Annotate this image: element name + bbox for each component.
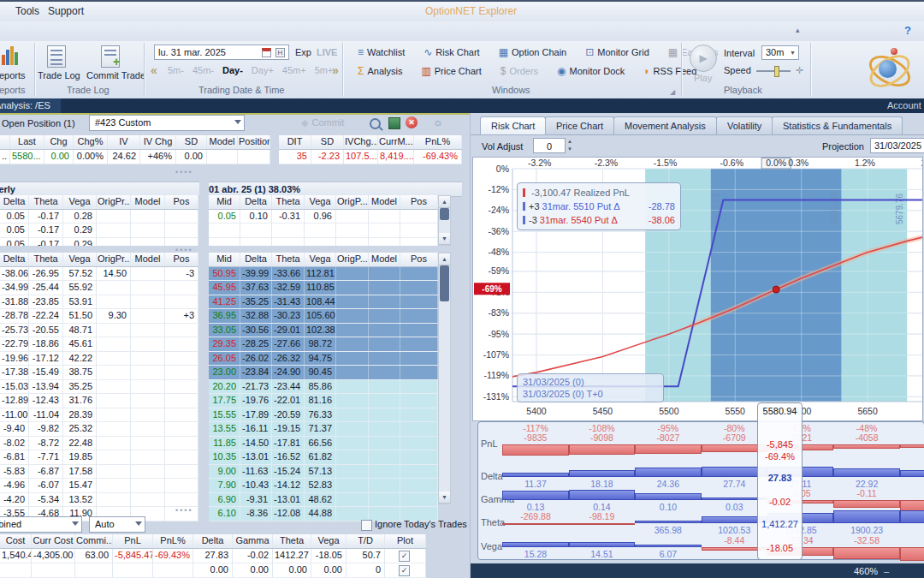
- option-row[interactable]: -28.78-22.2451.509.30+3: [0, 309, 198, 324]
- option-row[interactable]: 36.95-32.88-30.23105.60: [209, 309, 438, 324]
- projection-input[interactable]: 31/03/2025: [870, 138, 924, 153]
- window-toggle-button[interactable]: ◗RSS Feed: [643, 65, 696, 77]
- option-row[interactable]: -4.96-6.0715.47: [0, 479, 198, 493]
- window-toggle-button[interactable]: ≡Watchlist: [358, 46, 405, 58]
- history-icon[interactable]: H: [275, 48, 285, 57]
- reports-icon[interactable]: [2, 46, 19, 65]
- option-row[interactable]: 45.95-37.63-32.59110.85: [209, 281, 438, 295]
- option-row[interactable]: 23.00-23.84-24.9090.45: [209, 366, 438, 380]
- vol-adjust-spinner[interactable]: 0: [533, 138, 566, 153]
- window-toggle-button[interactable]: ∿Risk Chart: [424, 46, 479, 58]
- window-toggle-button[interactable]: ▥Price Chart: [421, 65, 481, 77]
- commit-button[interactable]: ◆Commit: [301, 117, 344, 128]
- option-row[interactable]: [209, 223, 438, 238]
- trade-log-button[interactable]: Trade Log: [38, 70, 80, 80]
- scrollbar-thumb[interactable]: [440, 208, 449, 220]
- calendar-icon[interactable]: [262, 48, 271, 57]
- option-row[interactable]: 50.95-39.99-33.66112.81: [209, 267, 438, 282]
- reports-button[interactable]: Reports: [0, 70, 26, 80]
- puts-scrollbar[interactable]: ▲ ▼: [438, 253, 451, 504]
- option-row[interactable]: 7.90-10.43-14.1252.83: [209, 479, 438, 493]
- option-row[interactable]: 11.85-14.50-17.8166.56: [209, 437, 438, 451]
- option-row[interactable]: 0.05-0.170.29: [0, 238, 198, 247]
- menu-tools[interactable]: Tools: [10, 3, 44, 19]
- export-icon[interactable]: [388, 117, 400, 129]
- option-row[interactable]: 15.55-17.89-20.5976.33: [209, 408, 438, 423]
- option-row[interactable]: 9.00-11.63-15.2457.13: [209, 465, 438, 480]
- option-row[interactable]: -5.83-6.8717.58: [0, 465, 198, 480]
- splitter-handle[interactable]: ••••: [175, 168, 193, 176]
- trading-date-input[interactable]: lu. 31 mar. 2025 H: [154, 45, 289, 60]
- play-icon[interactable]: ▶: [690, 45, 717, 72]
- time-step-button[interactable]: 5m-: [168, 65, 184, 75]
- chart-tab[interactable]: Movement Analysis: [613, 116, 717, 134]
- option-row[interactable]: 0.05-0.170.28: [0, 210, 198, 224]
- option-row[interactable]: -25.73-20.5548.71: [0, 324, 198, 338]
- scroll-down-icon[interactable]: ▼: [439, 233, 450, 245]
- time-step-button[interactable]: 5m+: [315, 65, 334, 75]
- option-row[interactable]: 13.55-16.11-19.1571.37: [209, 422, 438, 437]
- table-row[interactable]: 35-2.23107.5...8,419....-69.43%: [279, 150, 462, 164]
- strategy-select[interactable]: #423 Custom: [89, 115, 245, 131]
- step-back-icon[interactable]: «: [151, 63, 157, 77]
- position-filter-select[interactable]: Combined: [0, 516, 82, 533]
- scroll-up-icon[interactable]: ▲: [439, 253, 450, 265]
- window-toggle-button[interactable]: ⊡Monitor Grid: [585, 46, 649, 58]
- speed-slider[interactable]: [756, 70, 791, 72]
- option-row[interactable]: -9.40-9.8225.32: [0, 422, 198, 437]
- spinner-arrows-icon[interactable]: ▲▼: [567, 138, 572, 153]
- interval-select[interactable]: 30m▼: [761, 45, 799, 60]
- speed-plus-icon[interactable]: ✛: [796, 65, 803, 76]
- collapse-ribbon-icon[interactable]: ▴: [796, 26, 800, 34]
- option-row[interactable]: -22.79-18.8645.61: [0, 337, 198, 352]
- search-icon[interactable]: [370, 118, 381, 129]
- step-forward-icon[interactable]: »: [332, 63, 339, 77]
- option-row[interactable]: 33.05-30.56-29.01102.38: [209, 324, 438, 338]
- ignore-trades-checkbox[interactable]: Ignore Today's Trades: [361, 519, 467, 531]
- option-row[interactable]: [209, 238, 438, 247]
- risk-chart[interactable]: 5482.125531.535630.355679.760%-12%-24%-3…: [472, 157, 923, 421]
- option-row[interactable]: -6.81-7.7119.85: [0, 450, 198, 465]
- help-icon[interactable]: ?: [904, 24, 911, 37]
- time-step-button[interactable]: 45m-: [192, 65, 214, 75]
- totals-row[interactable]: 1,540.47-4,305.0063.00-5,845.47-69.43%27…: [0, 549, 426, 563]
- time-step-button[interactable]: Day-: [222, 65, 243, 75]
- time-step-button[interactable]: Day+: [252, 65, 274, 75]
- window-toggle-button[interactable]: ΣAnalysis: [358, 65, 402, 77]
- tab-analysis-es[interactable]: Analysis: /ES: [0, 98, 61, 113]
- option-row[interactable]: -34.99-25.4455.92: [0, 281, 198, 295]
- option-row[interactable]: 26.05-26.02-26.3294.75: [209, 352, 438, 366]
- commit-trade-button[interactable]: Commit Trade: [86, 70, 145, 80]
- chart-tab[interactable]: Statistics & Fundamentals: [772, 116, 903, 134]
- chart-tab[interactable]: Price Chart: [545, 116, 614, 134]
- option-row[interactable]: 10.35-13.01-16.5261.82: [209, 450, 438, 465]
- option-row[interactable]: -31.88-23.8553.91: [0, 295, 198, 310]
- close-icon[interactable]: ✕: [406, 116, 418, 128]
- time-step-button[interactable]: 45m+: [282, 65, 306, 75]
- totals-row[interactable]: 0.000.000.000.000✓: [0, 563, 426, 578]
- speed-slider-thumb[interactable]: [774, 66, 779, 77]
- scroll-down-icon[interactable]: ▼: [439, 492, 450, 504]
- dialog-launcher-icon[interactable]: ◢: [670, 88, 675, 96]
- option-row[interactable]: 17.75-19.76-22.0181.16: [209, 394, 438, 408]
- option-row[interactable]: 0.050.10-0.310.96: [209, 210, 438, 224]
- plot-checkbox[interactable]: ✓: [399, 551, 410, 562]
- window-toggle-button[interactable]: ◉Monitor Dock: [557, 65, 625, 77]
- menu-support[interactable]: Support: [43, 3, 89, 19]
- option-row[interactable]: -12.89-12.4331.76: [0, 394, 198, 408]
- scrollbar-thumb[interactable]: [440, 265, 449, 301]
- zoom-slider-icon[interactable]: –: [884, 566, 889, 576]
- chart-tab[interactable]: Volatility: [716, 116, 773, 134]
- plot-checkbox[interactable]: ✓: [399, 565, 410, 576]
- option-row[interactable]: 0.05-0.170.29: [0, 223, 198, 238]
- option-row[interactable]: 41.25-35.25-31.43108.44: [209, 295, 438, 310]
- option-row[interactable]: -17.38-15.4938.75: [0, 366, 198, 380]
- splitter-handle[interactable]: ••••: [175, 506, 193, 515]
- scroll-up-icon[interactable]: ▲: [439, 196, 450, 208]
- calls-scrollbar[interactable]: ▲ ▼: [438, 195, 451, 246]
- table-row[interactable]: ..5580...0.000.00%24.62+46%0.00: [0, 150, 270, 164]
- window-toggle-button[interactable]: $Orders: [500, 65, 538, 77]
- option-row[interactable]: -11.00-11.0428.39: [0, 408, 198, 423]
- option-row[interactable]: 20.20-21.73-23.4485.86: [209, 380, 438, 395]
- option-row[interactable]: -15.03-13.9435.25: [0, 380, 198, 395]
